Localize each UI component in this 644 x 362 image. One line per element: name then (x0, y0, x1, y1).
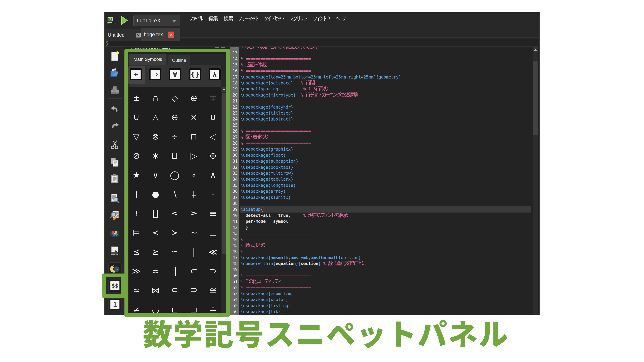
code-area[interactable]: % % ==========================% % ======… (239, 47, 532, 315)
code-line-51[interactable]: % (240, 279, 282, 285)
code-line-44[interactable]: % ========================== (240, 237, 311, 243)
new-file-icon[interactable] (109, 51, 120, 62)
find-replace-icon[interactable] (109, 210, 120, 221)
code-segment: \usepackage{titlesec} (240, 110, 293, 116)
code-line-47[interactable]: \usepackage{amsmath,amssymb,amsthm,matht… (240, 255, 361, 261)
line-number: 32 (230, 164, 238, 170)
code-line-17[interactable]: \usepackage[top=25mm,bottom=25mm,left=25… (240, 74, 401, 80)
code-segment: % ========================== (240, 237, 311, 243)
export-icon[interactable] (109, 246, 120, 257)
close-icon[interactable]: × (168, 32, 174, 38)
code-line-56[interactable]: \usepackage{tikz} (240, 309, 283, 315)
code-line-23[interactable]: \usepackage{titlesec} (240, 110, 293, 116)
copy-icon[interactable] (109, 157, 120, 168)
code-segment: \usepackage{longtable} (240, 182, 296, 188)
menu-item-7[interactable] (336, 15, 346, 22)
code-segment: \usepackage{microtype} (240, 92, 296, 98)
code-segment: % (301, 92, 306, 98)
scrollbar-thumb[interactable] (533, 61, 538, 135)
code-segment: \usepackage[top=25mm,bottom=25mm,left=25… (240, 74, 401, 80)
menu-item-2[interactable] (224, 15, 233, 22)
code-line-26[interactable]: % ========================== (240, 128, 311, 134)
code-line-16[interactable]: % ========================== (240, 68, 311, 74)
toolbar-grip[interactable] (106, 41, 110, 46)
code-segment: % ========================== (240, 128, 311, 134)
code-line-37[interactable]: \usepackage{siunitx} (240, 195, 291, 200)
redo-icon[interactable] (109, 119, 120, 130)
open-folder-icon[interactable] (109, 67, 120, 78)
code-segment: } (240, 225, 248, 231)
find-icon[interactable] (109, 193, 120, 204)
undo-icon[interactable] (109, 103, 120, 114)
code-line-12[interactable]: % (240, 47, 320, 50)
code-line-53[interactable]: \usepackage{enumitem} (240, 291, 293, 297)
code-line-54[interactable]: \usepackage{xcolor} (240, 297, 288, 303)
save-icon[interactable] (109, 84, 120, 95)
menu-underline (208, 22, 219, 22)
code-line-14[interactable]: % ========================== (240, 56, 311, 62)
line-number: 47 (230, 255, 238, 261)
code-line-55[interactable]: \usepackage{listings} (240, 303, 293, 309)
editor[interactable]: 1213141516171819202122232425262728293031… (230, 47, 539, 315)
dark-mode-button[interactable] (108, 262, 122, 275)
code-line-19[interactable]: \onehalfspacing % 1.5 (240, 86, 328, 92)
code-segment (278, 86, 303, 92)
code-segment: per-mode = symbol (240, 219, 288, 224)
code-segment: % (240, 62, 246, 68)
code-line-35[interactable]: \usepackage{longtable} (240, 182, 296, 188)
tab-hoge-tex[interactable]: hoge.tex × (141, 28, 180, 41)
code-line-41[interactable]: per-mode = symbol (240, 219, 288, 224)
code-line-40[interactable]: detect-all = true, % (240, 213, 348, 219)
code-line-29[interactable]: \usepackage{graphicx} (240, 146, 293, 152)
numbered-list-button[interactable]: 1 (108, 298, 122, 311)
menu-item-5[interactable] (290, 15, 307, 22)
code-line-32[interactable]: \usepackage{booktabs} (240, 164, 293, 170)
scroll-up-button[interactable] (532, 47, 538, 52)
code-line-18[interactable]: \usepackage{setspace} % (240, 80, 315, 86)
code-segment-jp (308, 213, 348, 219)
menu-item-4[interactable] (264, 15, 284, 22)
line-number: 29 (230, 146, 238, 152)
code-line-36[interactable]: \usepackage{array} (240, 188, 286, 194)
code-line-30[interactable]: \usepackage{float} (240, 152, 286, 158)
code-segment: % ========================== (240, 273, 311, 279)
line-number: 50 (230, 273, 238, 279)
code-segment: % (240, 134, 246, 140)
paste-icon[interactable] (109, 173, 120, 184)
menu-item-1[interactable] (208, 15, 218, 22)
cut-icon[interactable] (109, 139, 120, 150)
menu-underline (238, 22, 259, 22)
code-line-31[interactable]: \usepackage{subcaption} (240, 158, 298, 164)
code-segment: \onehalfspacing (240, 86, 278, 92)
code-segment-jp (246, 279, 282, 285)
menu-underline (189, 22, 204, 22)
code-line-20[interactable]: \usepackage{microtype} % (240, 92, 358, 98)
code-line-50[interactable]: % ========================== (240, 273, 311, 279)
toolbar-separator-line (105, 46, 538, 46)
code-line-15[interactable]: % (240, 62, 266, 68)
caption-jp (142, 319, 509, 349)
menu-item-3[interactable] (238, 15, 258, 22)
code-segment-jp (328, 261, 366, 267)
code-line-24[interactable]: \usepackage{abstract} (240, 116, 293, 122)
menu-item-0[interactable] (190, 15, 203, 22)
code-line-46[interactable]: % ========================== (240, 249, 311, 255)
code-line-33[interactable]: \usepackage{multirow} (240, 170, 293, 176)
code-line-22[interactable]: \usepackage{fancyhdr} (240, 104, 293, 110)
tab-untitled[interactable]: Untitled × (105, 29, 142, 41)
menu-item-6[interactable] (314, 15, 330, 22)
code-segment: \usepackage{graphicx} (240, 146, 293, 152)
line-number: 48 (230, 261, 238, 267)
code-line-48[interactable]: \numberwithin{equation}{section} % (240, 261, 366, 267)
code-line-34[interactable]: \usepackage{tabularx} (240, 176, 293, 182)
editor-scrollbar[interactable] (532, 47, 538, 315)
code-line-27[interactable]: % (240, 134, 268, 140)
close-icon[interactable]: × (136, 33, 141, 37)
code-line-45[interactable]: % (240, 243, 266, 249)
code-line-52[interactable]: % ========================== (240, 285, 311, 291)
code-line-39[interactable]: \sisetup{ (240, 206, 263, 212)
code-segment (321, 261, 324, 267)
code-line-42[interactable]: } (240, 225, 248, 231)
code-line-28[interactable]: % ========================== (240, 140, 311, 146)
colors-icon[interactable] (109, 228, 120, 239)
